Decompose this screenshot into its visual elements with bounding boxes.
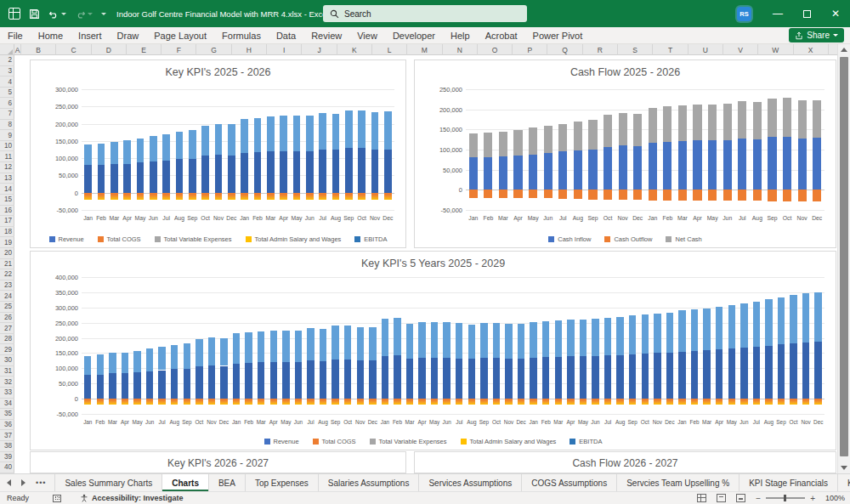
column-header-C[interactable]: C <box>56 44 91 55</box>
page-break-preview-icon[interactable] <box>736 494 745 502</box>
column-header-B[interactable]: B <box>21 44 56 55</box>
sheet-tab-cogs-assumptions[interactable]: COGS Assumptions <box>522 474 617 491</box>
column-header-X[interactable]: X <box>794 44 829 55</box>
scroll-up-arrow-icon[interactable] <box>841 48 847 52</box>
row-header-8[interactable]: 8 <box>0 120 14 131</box>
row-header-39[interactable]: 39 <box>0 452 14 463</box>
row-header-35[interactable]: 35 <box>0 409 14 420</box>
zoom-in-button[interactable]: + <box>810 494 815 503</box>
redo-dropdown-caret[interactable] <box>88 13 93 15</box>
row-header-20[interactable]: 20 <box>0 248 14 259</box>
sheet-tab-salaries-assumptions[interactable]: Salaries Assumptions <box>319 474 420 491</box>
row-header-7[interactable]: 7 <box>0 109 14 120</box>
row-header-38[interactable]: 38 <box>0 441 14 452</box>
column-header-T[interactable]: T <box>653 44 688 55</box>
column-header-N[interactable]: N <box>443 44 478 55</box>
sheet-tab-services-assumptions[interactable]: Services Assumptions <box>419 474 522 491</box>
row-header-13[interactable]: 13 <box>0 173 14 184</box>
row-header-3[interactable]: 3 <box>0 66 14 77</box>
row-header-24[interactable]: 24 <box>0 291 14 302</box>
page-layout-view-icon[interactable] <box>717 494 726 502</box>
undo-dropdown-caret[interactable] <box>61 13 66 15</box>
ribbon-tab-data[interactable]: Data <box>269 27 303 44</box>
column-header-I[interactable]: I <box>267 44 302 55</box>
share-button[interactable]: Share <box>789 28 844 42</box>
minimize-button[interactable]: — <box>763 0 792 27</box>
redo-button[interactable] <box>75 8 93 20</box>
row-header-15[interactable]: 15 <box>0 195 14 206</box>
row-header-34[interactable]: 34 <box>0 399 14 410</box>
ribbon-tab-acrobat[interactable]: Acrobat <box>478 27 525 44</box>
zoom-slider[interactable] <box>766 497 805 499</box>
column-header-M[interactable]: M <box>407 44 442 55</box>
row-header-14[interactable]: 14 <box>0 184 14 195</box>
ribbon-tab-file[interactable]: File <box>0 27 31 44</box>
row-header-19[interactable]: 19 <box>0 237 14 248</box>
sheet-tab-bea[interactable]: BEA <box>209 474 246 491</box>
row-header-6[interactable]: 6 <box>0 98 14 109</box>
user-avatar[interactable]: RS <box>737 7 751 21</box>
save-button[interactable] <box>29 8 40 20</box>
restore-button[interactable] <box>792 0 821 27</box>
column-header-S[interactable]: S <box>618 44 653 55</box>
row-header-11[interactable]: 11 <box>0 151 14 162</box>
sheet-tab-servcies-team-upselling-[interactable]: Servcies Team Upselling % <box>617 474 740 491</box>
prev-sheet-arrow-icon[interactable] <box>7 479 11 486</box>
chart-cash-flow-2025-2026[interactable]: Cash Flow 2025 - 2026 -50,000050,000100,… <box>414 59 836 248</box>
normal-view-icon[interactable] <box>697 494 706 502</box>
undo-button[interactable] <box>48 8 66 20</box>
row-header-2[interactable]: 2 <box>0 55 14 66</box>
row-header-21[interactable]: 21 <box>0 259 14 270</box>
row-header-17[interactable]: 17 <box>0 216 14 227</box>
column-header-D[interactable]: D <box>92 44 127 55</box>
row-header-27[interactable]: 27 <box>0 323 14 334</box>
row-header-37[interactable]: 37 <box>0 430 14 441</box>
ribbon-tab-developer[interactable]: Developer <box>385 27 443 44</box>
row-header-31[interactable]: 31 <box>0 366 14 377</box>
column-header-Q[interactable]: Q <box>547 44 582 55</box>
ribbon-tab-formulas[interactable]: Formulas <box>214 27 269 44</box>
row-header-25[interactable]: 25 <box>0 302 14 313</box>
row-header-10[interactable]: 10 <box>0 141 14 152</box>
column-header-E[interactable]: E <box>127 44 162 55</box>
zoom-out-button[interactable]: − <box>756 494 761 503</box>
ribbon-tab-page-layout[interactable]: Page Layout <box>146 27 214 44</box>
chart-key-kpis-2026-2027-partial[interactable]: Key KPI's 2026 - 2027 <box>30 451 406 473</box>
select-all-corner[interactable] <box>0 44 14 55</box>
scroll-down-arrow-icon[interactable] <box>841 466 847 470</box>
column-header-U[interactable]: U <box>688 44 723 55</box>
ribbon-tab-review[interactable]: Review <box>303 27 349 44</box>
sheet-tab-kpi[interactable]: KPI <box>838 474 850 491</box>
close-button[interactable]: ✕ <box>821 0 850 27</box>
row-header-29[interactable]: 29 <box>0 344 14 355</box>
next-sheet-arrow-icon[interactable] <box>21 479 26 486</box>
row-header-33[interactable]: 33 <box>0 388 14 399</box>
ribbon-tab-insert[interactable]: Insert <box>71 27 110 44</box>
macro-record-icon[interactable] <box>53 495 61 502</box>
row-header-9[interactable]: 9 <box>0 130 14 141</box>
row-header-28[interactable]: 28 <box>0 334 14 345</box>
sheet-tab-kpi-stage-financials[interactable]: KPI Stage Financials <box>740 474 838 491</box>
zoom-slider-thumb[interactable] <box>784 495 786 501</box>
row-header-18[interactable]: 18 <box>0 227 14 238</box>
ribbon-tab-view[interactable]: View <box>349 27 385 44</box>
row-header-26[interactable]: 26 <box>0 313 14 324</box>
excel-app-icon[interactable] <box>8 8 20 20</box>
column-header-K[interactable]: K <box>337 44 372 55</box>
more-sheets-left-button[interactable]: ••• <box>36 479 46 487</box>
column-header-H[interactable]: H <box>232 44 267 55</box>
ribbon-tab-help[interactable]: Help <box>443 27 478 44</box>
sheet-tab-sales-summary-charts[interactable]: Sales Summary Charts <box>54 474 162 491</box>
chart-key-kpis-5-years[interactable]: Key KPI's 5 Years 2025 - 2029 -50,000050… <box>30 251 836 450</box>
row-header-40[interactable]: 40 <box>0 462 14 473</box>
ribbon-tab-draw[interactable]: Draw <box>110 27 147 44</box>
ribbon-tab-home[interactable]: Home <box>31 27 71 44</box>
row-header-5[interactable]: 5 <box>0 88 14 99</box>
chart-cash-flow-2026-2027-partial[interactable]: Cash Flow 2026 - 2027 <box>414 451 836 473</box>
row-header-4[interactable]: 4 <box>0 76 14 88</box>
column-header-P[interactable]: P <box>513 44 547 55</box>
sheet-tab-charts[interactable]: Charts <box>162 474 209 491</box>
row-header-22[interactable]: 22 <box>0 269 14 280</box>
row-header-23[interactable]: 23 <box>0 280 14 292</box>
column-header-J[interactable]: J <box>302 44 337 55</box>
